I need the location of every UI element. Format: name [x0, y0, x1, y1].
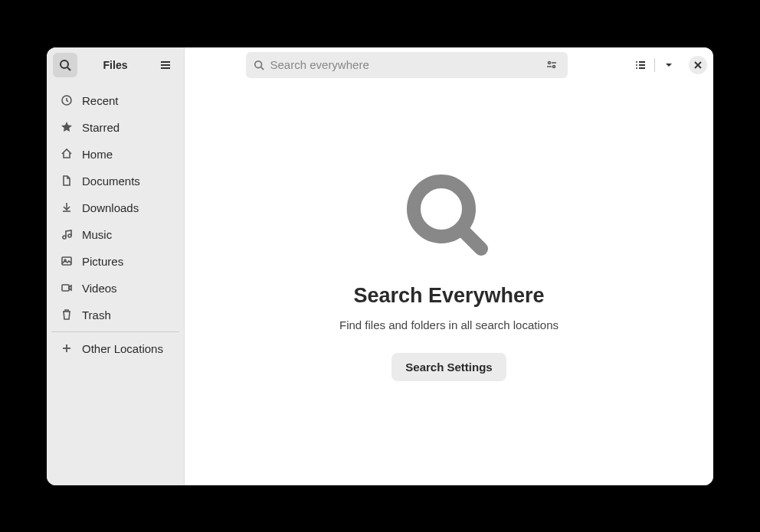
star-icon: [61, 121, 73, 133]
video-icon: [61, 282, 73, 294]
svg-line-1: [67, 67, 70, 70]
sidebar-item-label: Trash: [82, 308, 111, 321]
search-large-icon: [403, 171, 495, 263]
sidebar-item-label: Recent: [82, 94, 119, 107]
svg-point-19: [636, 61, 637, 63]
plus-icon: [61, 342, 73, 354]
search-toggle-button[interactable]: [53, 53, 77, 77]
sidebar-item-music[interactable]: Music: [47, 221, 184, 248]
sidebar-item-label: Music: [82, 228, 112, 241]
header-controls: [628, 53, 707, 77]
sidebar-item-home[interactable]: Home: [47, 141, 184, 168]
main-subtitle: Find files and folders in all search loc…: [339, 318, 559, 331]
sidebar-item-label: Documents: [82, 175, 140, 188]
svg-point-0: [61, 60, 68, 68]
sidebar-item-label: Home: [82, 148, 113, 161]
close-icon: [693, 60, 703, 70]
sidebar-menu-button[interactable]: [153, 53, 178, 77]
search-box[interactable]: [246, 52, 568, 78]
main-content: Search Everywhere Find files and folders…: [185, 83, 713, 485]
sidebar-divider: [51, 331, 179, 332]
search-input[interactable]: [270, 58, 537, 71]
search-icon: [254, 60, 264, 70]
sidebar-item-starred[interactable]: Starred: [47, 114, 184, 141]
search-settings-button[interactable]: Search Settings: [391, 353, 506, 381]
main-header: [185, 47, 713, 83]
sidebar-title: Files: [80, 59, 150, 71]
svg-point-15: [548, 61, 550, 64]
view-list-button[interactable]: [628, 53, 653, 77]
music-icon: [61, 228, 73, 240]
clock-icon: [61, 94, 73, 106]
sidebar-header: Files: [47, 47, 184, 83]
sidebar-item-other-locations[interactable]: Other Locations: [47, 335, 184, 362]
sidebar-item-documents[interactable]: Documents: [47, 168, 184, 194]
home-icon: [61, 148, 73, 160]
download-icon: [61, 201, 73, 214]
svg-point-13: [254, 60, 261, 67]
filter-icon: [545, 59, 558, 71]
hamburger-icon: [159, 59, 172, 71]
sidebar-item-trash[interactable]: Trash: [47, 302, 184, 328]
svg-rect-10: [62, 285, 69, 291]
main-title: Search Everywhere: [353, 284, 544, 308]
chevron-down-icon: [664, 60, 673, 70]
search-icon: [59, 59, 71, 71]
svg-line-28: [463, 230, 481, 249]
sidebar-item-pictures[interactable]: Pictures: [47, 248, 184, 275]
sidebar-item-label: Pictures: [82, 255, 123, 268]
svg-point-17: [552, 65, 555, 67]
list-icon: [634, 59, 647, 71]
picture-icon: [61, 255, 73, 267]
files-window: Files Recent Starred: [47, 47, 713, 485]
sidebar-item-label: Downloads: [82, 201, 139, 214]
svg-line-14: [260, 67, 264, 70]
sidebar-item-videos[interactable]: Videos: [47, 275, 184, 302]
sidebar: Files Recent Starred: [47, 47, 185, 485]
close-button[interactable]: [689, 56, 707, 74]
trash-icon: [61, 308, 73, 321]
search-filter-button[interactable]: [543, 57, 560, 73]
sidebar-list: Recent Starred Home Documents: [47, 83, 184, 485]
svg-point-21: [636, 64, 637, 66]
main-area: Search Everywhere Find files and folders…: [185, 47, 713, 485]
separator: [654, 58, 655, 72]
sidebar-item-downloads[interactable]: Downloads: [47, 194, 184, 221]
svg-rect-8: [62, 257, 71, 265]
svg-point-23: [636, 67, 637, 69]
sidebar-item-recent[interactable]: Recent: [47, 87, 184, 114]
sidebar-item-label: Videos: [82, 282, 117, 295]
sidebar-item-label: Starred: [82, 121, 120, 134]
sidebar-item-label: Other Locations: [82, 342, 163, 355]
view-dropdown-button[interactable]: [657, 53, 681, 77]
document-icon: [61, 175, 73, 187]
